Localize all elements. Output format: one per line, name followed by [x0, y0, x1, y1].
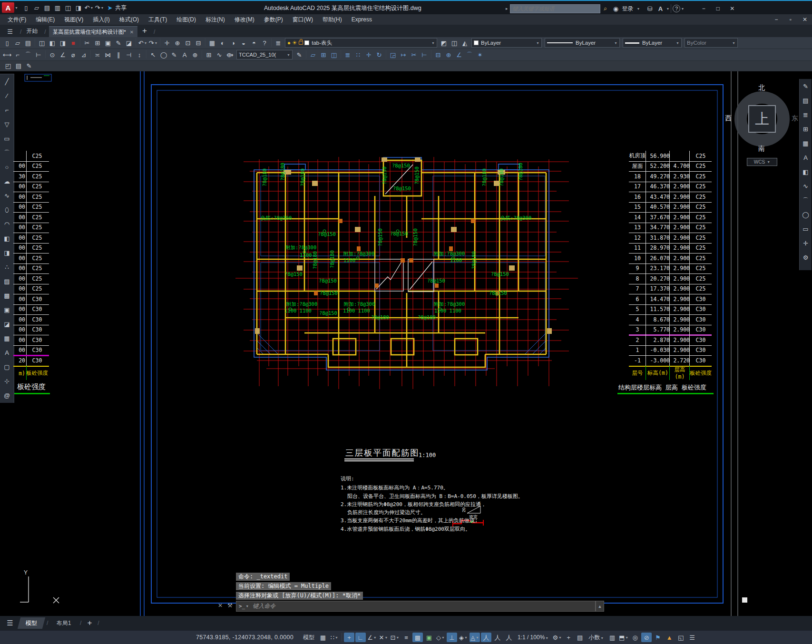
ellipse-icon[interactable]: ⬯ — [1, 203, 13, 217]
layer-on-bulb-icon[interactable]: ● — [287, 40, 291, 46]
workspace-settings-icon[interactable]: ⚙▼ — [552, 633, 562, 642]
command-close-icon[interactable]: ✕ — [218, 602, 223, 609]
copy-tool-icon[interactable]: ⊞ — [800, 122, 812, 136]
isolate-objects-icon[interactable]: ◎ — [630, 633, 640, 642]
menu-格式O[interactable]: 格式(O) — [115, 14, 144, 25]
share-button[interactable]: 共享 — [115, 4, 127, 12]
publish-icon[interactable]: ◨ — [73, 3, 84, 12]
dim-jog-line-icon[interactable]: ∿ — [214, 50, 225, 59]
tolerance-icon[interactable]: ⊞ — [204, 50, 214, 59]
dim-style-icon[interactable]: ⟴ — [225, 50, 235, 59]
point-icon[interactable]: ∴ — [1, 260, 13, 274]
tab-layout1[interactable]: 布局1 — [49, 617, 78, 629]
mirror-icon[interactable]: ◫ — [329, 50, 339, 59]
object-snap-tracking-icon[interactable]: ✕▼ — [378, 633, 389, 642]
compass-west[interactable]: 西 — [725, 114, 732, 123]
grid-display-icon[interactable]: ▦ — [318, 633, 328, 642]
tab-add-button[interactable]: + — [142, 26, 147, 36]
doc-close-button[interactable]: ✕ — [798, 14, 812, 25]
export-dwf-icon[interactable]: ■ — [68, 38, 78, 48]
lineweight-combo[interactable]: ByLayer▼ — [623, 38, 682, 48]
create-block-icon[interactable]: ◨ — [1, 245, 13, 260]
ucs-icon-display-icon[interactable]: ⊥ — [447, 633, 457, 642]
app-store-cart-icon[interactable]: ⛁ — [645, 4, 655, 13]
dim-angular-icon[interactable]: ∠ — [58, 50, 68, 59]
search-input[interactable] — [510, 4, 600, 13]
circle-tool-icon[interactable]: ◯ — [800, 207, 812, 222]
plot-icon[interactable]: ◫ — [63, 3, 73, 12]
dynamic-input-icon[interactable]: + — [344, 633, 354, 642]
polar-tracking-icon[interactable]: ∠▼ — [367, 633, 377, 642]
layers-panel-icon[interactable]: ≣ — [273, 38, 284, 48]
undo-icon[interactable]: ↶▼ — [84, 3, 94, 12]
qnew-icon[interactable]: ▯ — [2, 38, 12, 48]
dim-space-icon[interactable]: ∥ — [113, 50, 124, 59]
doc-restore-button[interactable]: ▫ — [783, 14, 798, 25]
layer-lock-icon[interactable] — [299, 41, 303, 45]
tab-document[interactable]: 某高层抗震墙住宅结构设计图* ✕ — [49, 26, 137, 37]
gradient-icon[interactable]: ▩ — [1, 288, 13, 302]
erase-icon[interactable]: ▱ — [308, 50, 318, 59]
break-icon[interactable]: ⊟ — [433, 50, 443, 59]
dim-linear-icon[interactable]: ⟷ — [2, 50, 12, 59]
layer-previous-icon[interactable]: ◫ — [449, 38, 460, 48]
file-tabs-menu-icon[interactable]: ☰ — [5, 27, 15, 36]
edit-text-tool-icon[interactable]: ✎ — [800, 79, 812, 93]
search-icon[interactable]: ⌕ — [600, 4, 611, 13]
publish-icon[interactable]: ◨ — [58, 38, 68, 48]
command-recent-caret-icon[interactable]: ▼ — [245, 605, 249, 608]
offset-icon[interactable]: ≣ — [342, 50, 353, 59]
layer-thaw-sun-icon[interactable]: ☀ — [292, 39, 297, 46]
annotation-visibility-icon[interactable]: 人 — [481, 633, 491, 642]
help-icon[interactable]: ? — [259, 38, 270, 48]
signin-button[interactable]: 登录 — [622, 5, 634, 13]
match-properties-icon[interactable]: ✎ — [113, 38, 124, 48]
transparency-icon[interactable]: ▩ — [412, 633, 423, 642]
qsave-icon[interactable]: ▤ — [23, 38, 33, 48]
autodesk-caret-icon[interactable]: ▼ — [666, 7, 669, 10]
fillet-icon[interactable]: ⌒ — [464, 50, 475, 59]
autodesk-a-icon[interactable]: A — [655, 4, 665, 13]
layer-lock-icon[interactable]: ◓ — [249, 38, 259, 48]
zoom-realtime-icon[interactable]: ⊕ — [172, 38, 183, 48]
3d-object-snap-icon[interactable]: ◇▼ — [435, 633, 446, 642]
doc-minimize-button[interactable]: − — [769, 14, 783, 25]
cut-clip-icon[interactable]: ✂ — [82, 38, 92, 48]
share-plane-icon[interactable]: ➤ — [105, 3, 115, 12]
units-button[interactable]: 小数▼ — [588, 634, 604, 642]
wipeout-icon[interactable]: ▢ — [1, 360, 13, 374]
move-icon[interactable]: ✛ — [363, 50, 374, 59]
tab-close-icon[interactable]: ✕ — [130, 29, 134, 35]
region-icon[interactable]: ▣ — [1, 302, 13, 317]
construction-line-icon[interactable]: ⁄ — [1, 88, 13, 103]
spline-tool-icon[interactable]: ∿ — [800, 179, 812, 193]
menu-窗口W[interactable]: 窗口(W) — [288, 14, 318, 25]
menu-工具T[interactable]: 工具(T) — [144, 14, 172, 25]
image-icon[interactable]: ◪ — [1, 317, 13, 331]
dim-center-icon[interactable]: ◯ — [158, 50, 169, 59]
dim-diameter-icon[interactable]: ⌀ — [68, 50, 78, 59]
help-caret-icon[interactable]: ▼ — [681, 7, 684, 10]
menu-视图V[interactable]: 视图(V) — [59, 14, 88, 25]
layer-filter-combo[interactable]: ● ☀ tab-表头▼ — [285, 38, 437, 48]
dim-edit-icon[interactable]: ✎ — [169, 50, 179, 59]
qdim-icon[interactable]: ↕ — [134, 50, 145, 59]
selection-cycling-icon[interactable]: ▣ — [424, 633, 434, 642]
extend-icon[interactable]: ⊢ — [419, 50, 430, 59]
menu-编辑E[interactable]: 编辑(E) — [31, 14, 59, 25]
settings-tool-icon[interactable]: ⚙ — [800, 250, 812, 264]
pan-icon[interactable]: ✛ — [162, 38, 172, 48]
new-file-icon[interactable]: ▯ — [21, 3, 31, 12]
array-icon[interactable]: ∷ — [353, 50, 363, 59]
drawing-canvas[interactable]: ?8@180?8@180?8@180?8@150?8@150?8@150?8@1… — [0, 71, 812, 616]
user-icon[interactable]: ◉ — [611, 4, 621, 13]
model-space-button[interactable]: 模型 — [303, 634, 314, 642]
lock-ui-icon[interactable]: ⬒▼ — [618, 633, 629, 642]
dim-jogged-icon[interactable]: ⊿ — [78, 50, 89, 59]
layer-tool-icon[interactable]: ▤ — [800, 93, 812, 107]
search-collapse-icon[interactable]: ▸ — [506, 6, 508, 11]
style-edit-icon[interactable]: ✎ — [294, 50, 304, 59]
view-compass[interactable]: 北 西 东 南 上 WCS▼ — [727, 84, 798, 166]
object-snap-icon[interactable]: ⊡▼ — [390, 633, 400, 642]
autocad-logo-icon[interactable]: A — [2, 2, 14, 13]
